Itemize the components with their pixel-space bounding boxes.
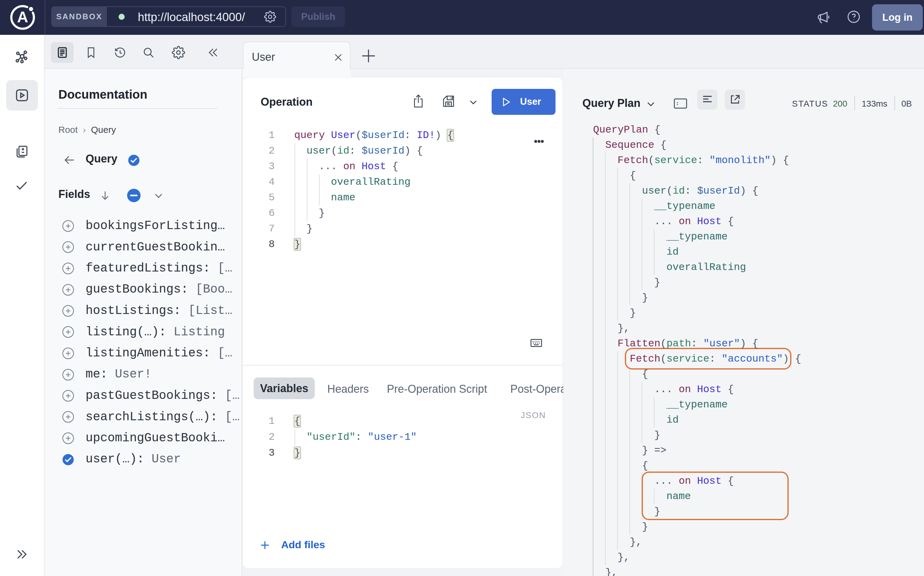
svg-text:A: A xyxy=(17,8,28,26)
